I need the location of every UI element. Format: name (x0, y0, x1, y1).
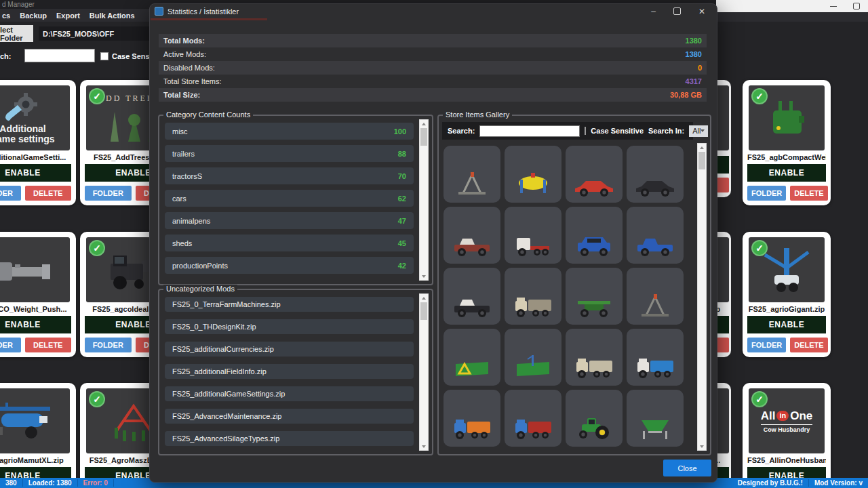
mod-filename: FS25_agrioGigant.zip (747, 305, 826, 313)
delete-button[interactable]: DELETE (25, 186, 72, 201)
minimize-icon[interactable] (830, 6, 837, 7)
mod-filename: 5_AGCO_Weight_Push... (0, 305, 71, 313)
scroll-down-icon[interactable] (698, 443, 706, 450)
menu-item-export[interactable]: Export (56, 12, 80, 20)
gallery-search-input[interactable] (479, 125, 580, 137)
store-item-tile[interactable] (566, 390, 623, 447)
scroll-up-icon[interactable] (420, 294, 428, 302)
chevron-down-icon (701, 129, 705, 132)
uncategorized-mod-row[interactable]: FS25_0_THDesignKit.zip (165, 319, 414, 334)
maximize-icon[interactable] (853, 3, 860, 9)
category-row[interactable]: cars62 (165, 190, 414, 207)
store-item-tile[interactable] (627, 207, 684, 264)
store-item-tile[interactable] (566, 268, 623, 325)
category-count: 47 (398, 217, 406, 225)
mod-filename: FS25_agbCompactWeight.... (747, 153, 826, 161)
enable-button[interactable]: ENABLE (0, 164, 71, 182)
category-counts-groupbox: Category Content Counts misc100trailers8… (158, 115, 433, 285)
store-item-tile[interactable] (627, 329, 684, 386)
store-item-tile[interactable] (505, 268, 561, 325)
category-name: animalpens (172, 217, 210, 225)
folder-button[interactable]: FOLDER (747, 186, 786, 201)
category-scrollbar[interactable] (419, 119, 429, 281)
folder-button[interactable]: FOLDER (85, 338, 132, 352)
uncategorized-mod-row[interactable]: FS25_AdvancedSilageTypes.zip (165, 431, 414, 446)
store-item-tile[interactable] (505, 207, 561, 264)
category-count: 70 (398, 172, 406, 180)
store-item-tile[interactable] (505, 390, 561, 447)
mod-card: ✓AllinOneCow HusbandryFS25_AllinOneHusba… (743, 383, 831, 488)
store-item-tile[interactable] (505, 146, 561, 203)
scrollbar-thumb[interactable] (420, 128, 427, 146)
category-row[interactable]: sheds45 (165, 235, 414, 251)
scroll-up-icon[interactable] (420, 120, 428, 127)
store-item-tile[interactable] (443, 268, 500, 325)
category-row[interactable]: tractorsS70 (165, 167, 414, 184)
category-row[interactable]: misc100 (165, 123, 414, 140)
enable-button[interactable]: ENABLE (747, 316, 826, 333)
search-in-dropdown[interactable]: All (689, 125, 708, 137)
case-sensitive-checkbox[interactable] (100, 52, 108, 60)
category-row[interactable]: productionPoints42 (165, 257, 414, 274)
gallery-scrollbar[interactable] (697, 143, 707, 451)
status-ok-icon: ✓ (89, 391, 105, 407)
dialog-close-icon[interactable]: ✕ (698, 7, 705, 16)
folder-button[interactable]: FOLDER (85, 186, 132, 201)
menu-item-cs[interactable]: cs (2, 12, 10, 20)
uncategorized-mod-row[interactable]: FS25_additionalCurrencies.zip (165, 342, 414, 357)
folder-button[interactable]: FOLDER (0, 338, 21, 352)
enable-button[interactable]: ENABLE (747, 164, 826, 182)
store-item-tile[interactable] (443, 390, 500, 447)
store-item-tile[interactable] (443, 146, 500, 203)
category-row[interactable]: trailers88 (165, 145, 414, 162)
category-row[interactable]: animalpens47 (165, 212, 414, 229)
category-count: 62 (398, 195, 406, 203)
close-button[interactable]: Close (663, 460, 711, 476)
dialog-minimize-icon[interactable]: – (651, 7, 656, 16)
stat-value: 30,88 GB (670, 91, 702, 99)
store-item-tile[interactable] (566, 329, 623, 386)
delete-button[interactable]: DELETE (25, 338, 72, 352)
folder-button[interactable]: FOLDER (0, 186, 21, 201)
mod-filename: S25_agrioMamutXL.zip (0, 456, 71, 464)
category-name: sheds (172, 239, 192, 247)
scroll-down-icon[interactable] (420, 272, 428, 280)
mod-card: ✓5_AGCO_Weight_Push...ENABLEFOLDERDELETE (0, 232, 76, 357)
enable-button[interactable]: ENABLE (0, 316, 71, 333)
status-segment: Loaded: 1380 (23, 479, 77, 487)
scroll-up-icon[interactable] (698, 144, 706, 151)
store-item-tile[interactable] (566, 146, 623, 203)
status-ok-icon: ✓ (89, 88, 105, 104)
screen: d Manager csBackupExportBulk Actions lec… (0, 0, 868, 488)
store-item-tile[interactable] (566, 207, 623, 264)
scrollbar-thumb[interactable] (420, 302, 427, 320)
uncategorized-groupbox: Uncategorized Mods FS25_0_TerraFarmMachi… (158, 289, 433, 455)
scroll-down-icon[interactable] (420, 443, 428, 450)
folder-button[interactable]: FOLDER (747, 338, 786, 352)
delete-button[interactable]: DELETE (790, 338, 827, 352)
status-divider (113, 479, 114, 487)
store-item-tile[interactable] (627, 390, 684, 447)
uncategorized-mod-row[interactable]: FS25_additionalFieldInfo.zip (165, 364, 414, 379)
uncategorized-mod-row[interactable]: FS25_additionalGameSettings.zip (165, 386, 414, 401)
uncategorized-mod-row[interactable]: FS25_AdvancedMaintenance.zip (165, 409, 414, 424)
category-name: productionPoints (172, 262, 228, 270)
menu-item-backup[interactable]: Backup (20, 12, 47, 20)
menu-item-bulk-actions[interactable]: Bulk Actions (90, 12, 135, 20)
gallery-case-sensitive-checkbox[interactable] (585, 127, 586, 135)
dialog-maximize-icon[interactable] (673, 7, 681, 15)
uncategorized-scrollbar[interactable] (419, 293, 429, 451)
delete-button[interactable]: DELETE (790, 186, 827, 201)
store-item-tile[interactable] (505, 329, 561, 386)
uncategorized-mod-row[interactable]: FS25_0_TerraFarmMachines.zip (165, 297, 414, 312)
store-item-tile[interactable] (443, 329, 500, 386)
search-input[interactable] (24, 49, 95, 62)
store-item-tile[interactable] (627, 146, 684, 203)
select-folder-button[interactable]: lect Folder (0, 25, 33, 42)
stat-label: Total Mods: (163, 37, 205, 45)
store-item-tile[interactable] (443, 207, 500, 264)
search-in-value: All (692, 127, 701, 135)
store-item-tile[interactable] (627, 268, 684, 325)
folder-path-field[interactable]: D:\FS25_MODS\OFF (39, 26, 149, 41)
scrollbar-thumb[interactable] (698, 152, 705, 169)
